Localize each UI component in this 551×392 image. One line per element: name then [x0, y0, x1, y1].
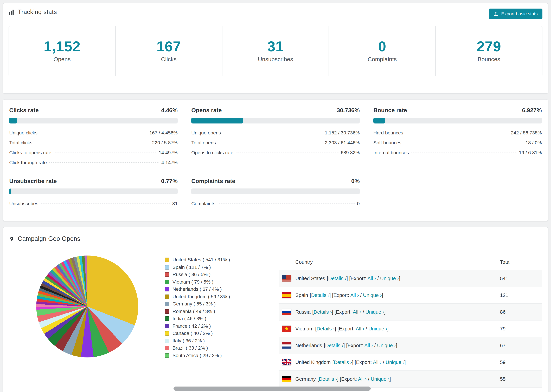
horizontal-scrollbar-thumb[interactable]: [174, 386, 371, 391]
stat-label: Bounces: [436, 56, 542, 63]
country-total: 79: [497, 320, 542, 337]
stat-label: Clicks: [116, 56, 222, 63]
export-unique-link[interactable]: Unique ›: [380, 276, 399, 281]
dotted-leader: [218, 203, 354, 204]
legend-swatch: [165, 287, 170, 292]
export-unique-link[interactable]: Unique ›: [366, 309, 384, 315]
country-total: 541: [497, 270, 542, 287]
flag-gb-icon: [282, 359, 291, 365]
rate-panel-complaints-rate: Complaints rate0%Complaints0: [191, 178, 360, 209]
progress-fill: [9, 189, 11, 194]
metric-row-unsubscribes: Unsubscribes31: [9, 199, 178, 209]
metric-value: 4.147%: [161, 158, 178, 168]
metric-row-clicks-to-opens-rate: Clicks to opens rate14.497%: [9, 148, 178, 158]
country-name: United States: [295, 276, 325, 281]
geo-table-row-russia: Russia[Details ›] [Export: All › / Uniqu…: [279, 304, 542, 320]
export-unique-link[interactable]: Unique ›: [368, 326, 387, 331]
country-name: Netherlands: [295, 343, 322, 348]
geo-table: Country Total United States[Details ›] […: [279, 254, 542, 388]
details-link[interactable]: Details ›: [325, 343, 343, 348]
export-unique-link[interactable]: Unique ›: [377, 343, 396, 348]
country-total: 59: [497, 354, 542, 371]
export-icon: [494, 11, 498, 16]
legend-item-canada: Canada ( 40 / 2% ): [165, 330, 279, 337]
legend-item-vietnam: Vietnam ( 79 / 5% ): [165, 278, 279, 286]
legend-label: Germany ( 55 / 3% ): [172, 300, 216, 308]
metric-value: 0: [357, 199, 360, 209]
metric-row-total-clicks: Total clicks220 / 5.87%: [9, 138, 178, 148]
rate-panel-bounce-rate: Bounce rate6.927%Hard bounces242 / 86.73…: [373, 107, 542, 168]
export-all-link[interactable]: All ›: [356, 326, 364, 331]
stat-box-clicks: 167Clicks: [116, 26, 222, 76]
dotted-leader: [236, 153, 339, 153]
legend-swatch: [165, 331, 170, 336]
metric-row-click-through-rate: Click through rate4.147%: [9, 158, 178, 168]
export-label: Export:: [341, 376, 358, 382]
metric-label: Unique clicks: [9, 128, 37, 138]
export-unique-link[interactable]: Unique ›: [386, 359, 404, 365]
metric-label: Unique opens: [191, 128, 221, 138]
flag-nl-icon: [282, 343, 291, 349]
stat-value: 31: [222, 39, 329, 54]
progress-bar: [191, 189, 360, 194]
export-all-link[interactable]: All ›: [350, 293, 359, 298]
rate-panel-opens-rate: Opens rate30.736%Unique opens1,152 / 30.…: [191, 107, 360, 168]
export-unique-link[interactable]: Unique ›: [363, 293, 382, 298]
metric-value: 14.497%: [159, 148, 178, 158]
export-all-link[interactable]: All ›: [358, 376, 367, 382]
legend-swatch: [165, 324, 170, 328]
export-all-link[interactable]: All ›: [367, 276, 376, 281]
metric-value: 220 / 5.87%: [152, 138, 178, 148]
metric-label: Unsubscribes: [9, 199, 38, 209]
metric-row-unique-clicks: Unique clicks167 / 4.456%: [9, 128, 178, 138]
country-links: [Details ›] [Export: All › / Unique ›]: [332, 359, 406, 365]
country-total: 55: [497, 371, 542, 387]
export-basic-stats-button[interactable]: Export basic stats: [489, 8, 543, 19]
metric-value: 1,152 / 30.736%: [325, 128, 360, 138]
rate-panel-clicks-rate: Clicks rate4.46%Unique clicks167 / 4.456…: [9, 107, 178, 168]
metric-row-hard-bounces: Hard bounces242 / 86.738%: [373, 128, 542, 138]
rate-title: Bounce rate: [373, 107, 407, 114]
details-link[interactable]: Details ›: [311, 293, 329, 298]
metric-label: Soft bounces: [373, 138, 401, 148]
details-link[interactable]: Details ›: [334, 359, 352, 365]
legend-item-united-kingdom: United Kingdom ( 59 / 3% ): [165, 293, 279, 300]
details-link[interactable]: Details ›: [317, 326, 335, 331]
progress-bar: [191, 118, 360, 124]
legend-swatch: [165, 317, 170, 321]
legend-swatch: [165, 273, 170, 277]
bar-chart-icon: [8, 9, 14, 15]
country-total: 67: [497, 337, 542, 354]
export-label: Export:: [351, 276, 367, 281]
export-unique-link[interactable]: Unique ›: [371, 376, 389, 382]
country-links: [Details ›] [Export: All › / Unique ›]: [315, 326, 389, 331]
metric-label: Internal bounces: [373, 148, 409, 158]
country-links: [Details ›] [Export: All › / Unique ›]: [310, 293, 383, 298]
rates-row-1: Clicks rate4.46%Unique clicks167 / 4.456…: [9, 107, 542, 168]
export-all-link[interactable]: All ›: [353, 309, 361, 315]
legend-label: India ( 46 / 3% ): [172, 315, 206, 322]
details-link[interactable]: Details ›: [314, 309, 332, 315]
legend-item-brazil: Brazil ( 33 / 2% ): [165, 344, 279, 352]
flag-es-icon: [282, 292, 291, 298]
legend-item-germany: Germany ( 55 / 3% ): [165, 300, 279, 308]
geo-table-row-netherlands: Netherlands[Details ›] [Export: All › / …: [279, 337, 542, 354]
dotted-leader: [49, 162, 159, 163]
progress-bar: [373, 118, 542, 124]
geo-table-row-united-states: United States[Details ›] [Export: All › …: [279, 270, 542, 287]
export-all-link[interactable]: All ›: [364, 343, 373, 348]
progress-fill: [373, 118, 385, 124]
details-link[interactable]: Details ›: [328, 276, 346, 281]
details-link[interactable]: Details ›: [319, 376, 337, 382]
legend-swatch: [165, 302, 170, 306]
pie-legend: United States ( 541 / 31% )Spain ( 121 /…: [165, 256, 279, 359]
legend-label: Italy ( 36 / 2% ): [172, 337, 205, 344]
export-all-link[interactable]: All ›: [373, 359, 381, 365]
export-label: Export:: [347, 343, 364, 348]
country-links: [Details ›] [Export: All › / Unique ›]: [327, 276, 400, 281]
country-total: 86: [497, 304, 542, 320]
stat-label: Complaints: [329, 56, 436, 63]
stat-box-unsubscribes: 31Unsubscribes: [222, 26, 329, 76]
export-label: Export:: [333, 293, 350, 298]
dotted-leader: [404, 143, 523, 143]
